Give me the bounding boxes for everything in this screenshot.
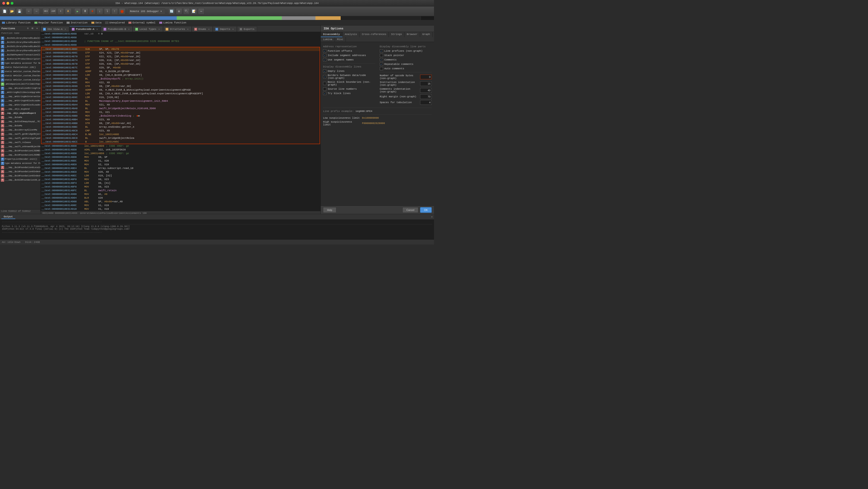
right-margin-input[interactable] bbox=[420, 94, 432, 99]
checkbox-try-block[interactable] bbox=[323, 92, 326, 95]
code-line[interactable]: __text:0000000100314874 STP X20, X19, [S… bbox=[41, 58, 319, 62]
list-item[interactable]: f ___imp__WAStringUnblockLoaderTitle bbox=[0, 99, 40, 103]
list-item[interactable]: f static WAColor_custom_ChatSessio... bbox=[0, 74, 40, 78]
code-line[interactable]: __text:000000010031489C LDR X19, [X20,X8… bbox=[41, 95, 319, 99]
checkbox-source-lines[interactable] bbox=[323, 87, 326, 91]
list-item[interactable]: f ___imp__objc_msgSend bbox=[0, 107, 40, 111]
list-item[interactable]: f __$s25WAPaymentTransactionClose... bbox=[0, 53, 40, 57]
code-line[interactable]: __text:00000001003148C8 BL swift_bridgeO… bbox=[41, 136, 319, 140]
list-item[interactable]: f _WACompanionLimitTitleWithUpsel bbox=[0, 82, 40, 86]
opcode-bytes-input[interactable] bbox=[420, 75, 432, 79]
code-line[interactable]: __text:0000000100314910 MOV X1, X19 bbox=[40, 207, 320, 211]
instruction-indent-input[interactable] bbox=[420, 81, 432, 86]
tab-imports[interactable]: I Imports ✕ bbox=[213, 26, 237, 32]
checkbox-borders[interactable] bbox=[323, 75, 326, 78]
list-item[interactable]: f type metadata accessor for Newslet... bbox=[0, 61, 40, 65]
code-line[interactable]: __text:0000000100314888 BL _$sS52ayxGycf… bbox=[41, 77, 319, 81]
list-item[interactable]: f __imp__objc_msgSendSuper2 bbox=[0, 111, 40, 115]
list-item[interactable]: f ___imp__$s10Foundation6LocaleVMa bbox=[0, 166, 40, 170]
code-line[interactable]: __text:0000000100314894 ADRP X8, #_OBJC_… bbox=[41, 88, 319, 92]
code-line[interactable]: __text:00000001003148B8 STR X0, [SP,#0x6… bbox=[41, 121, 319, 125]
toolbar-btn-new[interactable]: 📄 bbox=[1, 8, 8, 15]
tab-pseudocode-a[interactable]: P Pseudocode-A ✕ bbox=[69, 26, 101, 32]
toolbar-btn-pause[interactable]: ⏸ bbox=[82, 8, 88, 15]
output-tab-output[interactable]: Output bbox=[1, 215, 15, 219]
opt-tab-disassembly[interactable]: Disassembly bbox=[321, 32, 343, 37]
code-line[interactable]: __text:00000001003148A0 BL MainAppLibrar… bbox=[41, 99, 319, 103]
code-line[interactable]: __text:0000000100314904 BLR X20 bbox=[40, 196, 320, 200]
tab-local-types[interactable]: T Local Types ✕ bbox=[133, 26, 163, 32]
toolbar-btn-settings[interactable]: ⚙ bbox=[176, 8, 182, 15]
toolbar-btn-script[interactable]: 📝 bbox=[191, 8, 197, 15]
list-item[interactable]: f __$s4Core17ProductDescriptorCMa bbox=[0, 57, 40, 61]
close-button[interactable] bbox=[2, 2, 5, 5]
code-line[interactable]: __text:00000001003148E0 MOV X2, X19 bbox=[40, 163, 320, 166]
code-line[interactable]: __text:00000001003148F8 MOV X0, X23 bbox=[40, 185, 320, 189]
list-item[interactable]: f ___imp__$s10Foundation9IndexPathV... bbox=[0, 174, 40, 178]
code-line[interactable]: __text:0000000100314880 ADRP X0, #_$sSSN… bbox=[41, 69, 319, 73]
toolbar-btn-back[interactable]: ← bbox=[26, 8, 32, 15]
functions-list[interactable]: f __$s15UILibraryShared5LabelC16WD... f … bbox=[0, 36, 40, 209]
code-line[interactable]: __text:00000001003148AC MOV X1, X21 bbox=[41, 110, 319, 114]
list-item[interactable]: f __$s15UILibraryShared5LabelC6con... bbox=[0, 45, 40, 49]
comments-indent-input[interactable] bbox=[420, 88, 432, 93]
list-item[interactable]: f ___imp__WALocalizedStringFromTable bbox=[0, 86, 40, 90]
code-line[interactable]: __text:0000000100314900 MOV W1, #0 bbox=[40, 192, 320, 196]
code-line[interactable]: __text:000000010031487C ADD X29, SP, #0x… bbox=[41, 66, 319, 69]
toolbar-btn-fwd[interactable]: → bbox=[33, 8, 40, 15]
code-line[interactable]: __text:000000010031490C MOV X1, X19 bbox=[40, 203, 320, 207]
toolbar-btn-stop[interactable]: ■ bbox=[89, 8, 96, 15]
tab-imports-close[interactable]: ✕ bbox=[231, 28, 235, 31]
code-line[interactable]: __text:00000001003148A8 BL swift_bridgeO… bbox=[41, 107, 319, 110]
code-line[interactable]: __text:0000000100314890 STR X0, [SP,#0x6… bbox=[41, 84, 319, 88]
toolbar-btn-more[interactable]: ⋯ bbox=[198, 8, 205, 15]
list-item[interactable]: f __$s15UILibraryShared5LabelC6con... bbox=[0, 40, 40, 45]
code-line[interactable]: __text:0000000100314878 STP X29, X30, [S… bbox=[41, 62, 319, 66]
toolbar-btn-refresh[interactable]: 🔄 bbox=[168, 8, 175, 15]
tab-enums-close[interactable]: ✕ bbox=[208, 28, 210, 31]
tab-enums[interactable]: E Enums ✕ bbox=[192, 26, 213, 32]
opt-tab-lumina[interactable]: Lumina bbox=[321, 37, 335, 42]
code-line[interactable]: __text:00000001003148D8 MOV X0, SP bbox=[40, 155, 320, 159]
functions-filter-btn[interactable]: ≡ bbox=[26, 27, 30, 30]
code-line[interactable]: __text:0000000100314884 LDR X0, [X0,#_$s… bbox=[41, 73, 319, 77]
list-item[interactable]: f ___imp__$sSoMa bbox=[0, 124, 40, 128]
tab-structures[interactable]: S Structures ✕ bbox=[163, 26, 192, 32]
code-line[interactable]: __text:000000010031486C SUB SP, SP, #0x7… bbox=[41, 47, 319, 51]
list-item[interactable]: f ___imp__swift_release bbox=[0, 140, 40, 145]
help-button[interactable]: Help bbox=[323, 207, 336, 213]
code-line[interactable]: __text:00000001003148A4 MOV X21, X0 bbox=[41, 103, 319, 107]
list-item[interactable]: f static PaletteColor.i20() bbox=[0, 65, 40, 69]
opt-tab-cross-references[interactable]: Cross-references bbox=[360, 32, 389, 37]
code-line[interactable]: __text:00000001003148BC BL Array.endInde… bbox=[41, 125, 319, 129]
code-line[interactable]: __text:000000010031488C MOV X22, X0 bbox=[41, 81, 319, 84]
list-item[interactable]: f PropertyListDecoder.init() bbox=[0, 157, 40, 161]
opt-tab-strings[interactable]: Strings bbox=[389, 32, 404, 37]
toolbar-btn-step-out[interactable]: ↑ bbox=[112, 8, 118, 15]
list-item[interactable]: f ___imp__$ss10ArraySliceVMa bbox=[0, 128, 40, 132]
tab-pseudocode-a-close[interactable]: ✕ bbox=[96, 28, 98, 31]
code-line[interactable]: __text:0000000100314898 LDR X8, [X8,#_OB… bbox=[41, 92, 319, 95]
checkbox-basic-blocks[interactable] bbox=[323, 82, 326, 85]
list-item[interactable]: f type metadata accessor for Propert... bbox=[0, 161, 40, 166]
toolbar-btn-asm[interactable]: ASM bbox=[50, 8, 57, 15]
maximize-button[interactable] bbox=[11, 2, 13, 5]
checkbox-repeatable[interactable] bbox=[380, 63, 383, 66]
toolbar-btn-hex[interactable]: HEX bbox=[42, 8, 49, 15]
code-line[interactable]: __text:00000001003148EC LDR X19, [X2] bbox=[40, 174, 320, 177]
code-view[interactable]: __text:0000000100314868 var_s0 = 0 __tex… bbox=[40, 32, 320, 214]
list-item[interactable]: f ___imp__WAStringUnblockLoaderTitle... bbox=[0, 103, 40, 107]
list-item[interactable]: f __$s15UILibraryShared5LabelC16WD... bbox=[0, 36, 40, 40]
code-line[interactable]: __text:0000000100314870 STP X22, X21, [S… bbox=[41, 55, 319, 58]
toolbar-btn-a[interactable]: A bbox=[65, 8, 71, 15]
tab-exports[interactable]: X Exports bbox=[237, 26, 257, 32]
toolbar-btn-run[interactable]: ▶ bbox=[74, 8, 81, 15]
list-item[interactable]: f ___imp__$s10Foundation9IndexPathV... bbox=[0, 170, 40, 174]
list-item[interactable]: f ___imp__WAStringNoInternetConnect... bbox=[0, 94, 40, 99]
checkbox-line-prefixes[interactable] bbox=[380, 49, 383, 53]
code-line[interactable]: __text:00000001003148D0 ADRL X22, unk_10… bbox=[40, 148, 320, 151]
list-item[interactable]: f __WAStringMultiDeviceUpgradedHea... bbox=[0, 90, 40, 94]
spaces-tab-input[interactable] bbox=[420, 100, 432, 105]
opt-tab-browser[interactable]: Browser bbox=[404, 32, 420, 37]
functions-search-btn[interactable]: ⊞ bbox=[31, 27, 34, 30]
